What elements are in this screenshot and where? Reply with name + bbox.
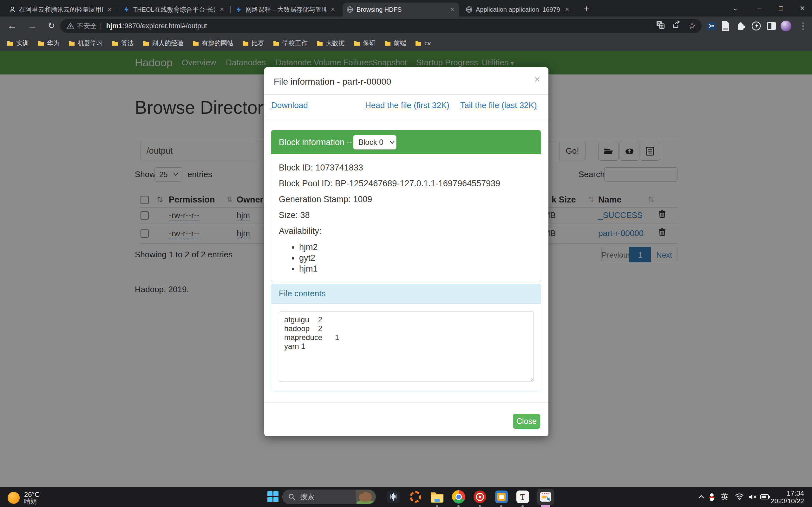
input-method-indicator[interactable]: 英 <box>719 487 731 507</box>
energy-saver-leaf-icon[interactable] <box>751 20 762 32</box>
bookmark-label: 华为 <box>47 39 60 48</box>
translate-icon[interactable]: G文 <box>654 19 667 33</box>
new-tab-button[interactable]: + <box>580 3 593 15</box>
browser-menu-kebab-icon[interactable]: ⋮ <box>797 19 809 33</box>
not-secure-warning-icon <box>67 22 74 30</box>
taskbar-search-box[interactable]: 搜索 <box>282 490 376 504</box>
file-explorer-icon[interactable] <box>429 489 445 505</box>
back-button[interactable]: ← <box>4 16 20 36</box>
tab-aliyun[interactable]: 在阿里云和腾讯云的轻量应用服 × <box>5 3 117 16</box>
snipping-tool-icon-active[interactable] <box>537 489 554 505</box>
extension-document-icon[interactable] <box>720 20 731 32</box>
address-bar[interactable]: 不安全 | hjm1 :9870/explorer.html#/output <box>60 19 702 33</box>
folder-icon <box>112 41 118 46</box>
bookmark-folder[interactable]: 别人的经验 <box>143 39 184 48</box>
bookmark-folder[interactable]: 算法 <box>112 39 134 48</box>
tab-close-icon[interactable]: × <box>106 5 113 14</box>
bookmark-label: 有趣的网站 <box>202 39 234 48</box>
download-link[interactable]: Download <box>271 100 308 110</box>
modal-close-button[interactable]: Close <box>513 414 540 429</box>
tab-theol[interactable]: THEOL在线教育综合平台-长沙理 × <box>119 3 229 16</box>
bookmark-label: 比赛 <box>252 39 264 48</box>
tab-title: 网络课程—大数据存储与管理实 <box>246 5 326 14</box>
bookmark-folder[interactable]: 学校工作 <box>273 39 308 48</box>
bookmark-folder[interactable]: cv <box>415 40 431 47</box>
side-panel-icon[interactable] <box>766 20 777 32</box>
window-maximize-button[interactable]: □ <box>773 0 789 16</box>
running-indicator <box>457 505 460 507</box>
tab-favicon-globe-icon <box>466 6 473 13</box>
tab-favicon-person-icon <box>9 6 16 13</box>
tab-close-icon[interactable]: × <box>564 5 570 14</box>
dark-game-app-icon[interactable] <box>385 489 402 505</box>
share-icon[interactable] <box>670 19 682 33</box>
active-app-indicator <box>541 505 550 507</box>
bookmark-folder[interactable]: 大数据 <box>316 39 345 48</box>
bookmark-label: cv <box>424 40 431 47</box>
battery-icon[interactable] <box>759 487 771 507</box>
bookmark-star-icon[interactable]: ☆ <box>686 19 699 33</box>
file-contents-panel: File contents atguigu 2 hadoop 2 mapredu… <box>271 284 541 391</box>
block-size-text: Size: 38 <box>279 210 533 220</box>
file-contents-textarea[interactable]: atguigu 2 hadoop 2 mapreduce 1 yarn 1 <box>279 311 534 382</box>
tab-application[interactable]: Application application_16979 × <box>462 3 574 16</box>
bookmark-folder[interactable]: 保研 <box>354 39 375 48</box>
weather-temperature: 26°C <box>24 491 40 498</box>
folder-icon <box>143 41 149 46</box>
bookmark-folder[interactable]: 比赛 <box>242 39 264 48</box>
taskbar-weather-widget[interactable]: 26°C 晴朗 <box>8 491 40 505</box>
vmware-workstation-icon[interactable] <box>493 489 510 505</box>
screen: 在阿里云和腾讯云的轻量应用服 × THEOL在线教育综合平台-长沙理 × 网络课… <box>0 0 812 507</box>
running-indicator <box>500 505 502 507</box>
tab-search-chevron-icon[interactable]: ⌄ <box>727 0 744 16</box>
tab-close-icon[interactable]: × <box>218 5 225 14</box>
clock-time: 17:34 <box>771 490 804 497</box>
bookmark-label: 机器学习 <box>78 39 103 48</box>
bookmark-folder[interactable]: 华为 <box>38 39 60 48</box>
extension-badge-icon[interactable] <box>705 20 717 32</box>
tab-close-icon[interactable]: × <box>329 5 336 14</box>
bookmark-folder[interactable]: 实训 <box>7 39 29 48</box>
tab-favicon-theol-icon <box>235 6 242 13</box>
taskbar-clock[interactable]: 17:34 2023/10/22 <box>771 490 804 504</box>
folder-icon <box>273 41 280 46</box>
tray-expand-chevron-icon[interactable] <box>697 487 706 507</box>
wifi-icon[interactable] <box>733 487 745 507</box>
head-file-link[interactable]: Head the file (first 32K) <box>365 100 450 110</box>
window-minimize-button[interactable]: – <box>751 0 768 16</box>
tab-close-icon[interactable]: × <box>449 5 455 14</box>
url-host[interactable]: hjm1 <box>106 22 122 30</box>
not-secure-label[interactable]: 不安全 <box>77 21 97 31</box>
bookmark-folder[interactable]: 机器学习 <box>68 39 103 48</box>
tab-divider <box>118 6 118 13</box>
volume-muted-icon[interactable] <box>747 487 759 507</box>
bookmark-label: 别人的经验 <box>152 39 184 48</box>
forward-button[interactable]: → <box>25 16 40 36</box>
reload-button[interactable]: ↻ <box>44 16 59 36</box>
window-close-button[interactable]: × <box>794 0 811 16</box>
folder-icon <box>68 41 75 46</box>
modal-close-x-icon[interactable]: × <box>534 73 540 85</box>
tail-file-link[interactable]: Tail the file (last 32K) <box>460 100 537 110</box>
tab-favicon-theol-icon <box>123 6 130 13</box>
tab-divider <box>230 6 231 13</box>
typora-icon[interactable]: T <box>514 489 531 505</box>
running-indicator <box>478 505 481 507</box>
tab-title: Application application_16979 <box>476 6 560 13</box>
block-select[interactable]: Block 0 <box>353 135 397 150</box>
start-button[interactable] <box>267 491 279 503</box>
tab-title: 在阿里云和腾讯云的轻量应用服 <box>19 5 103 14</box>
bookmark-folder[interactable]: 有趣的网站 <box>193 39 234 48</box>
tab-course[interactable]: 网络课程—大数据存储与管理实 × <box>232 3 340 16</box>
extensions-puzzle-icon[interactable] <box>735 20 747 32</box>
profile-avatar[interactable] <box>780 20 792 32</box>
qq-icon[interactable] <box>707 487 717 507</box>
orange-ring-app-icon[interactable] <box>407 489 424 505</box>
bookmark-folder[interactable]: 前端 <box>385 39 406 48</box>
snail-mail-app-icon[interactable] <box>472 489 488 505</box>
url-path[interactable]: :9870/explorer.html#/output <box>122 22 207 30</box>
generation-stamp-text: Generation Stamp: 1009 <box>279 194 533 205</box>
chrome-icon[interactable] <box>450 489 467 505</box>
availability-node: gyt2 <box>299 252 533 263</box>
tab-browsing-hdfs-active[interactable]: Browsing HDFS × <box>343 3 459 16</box>
